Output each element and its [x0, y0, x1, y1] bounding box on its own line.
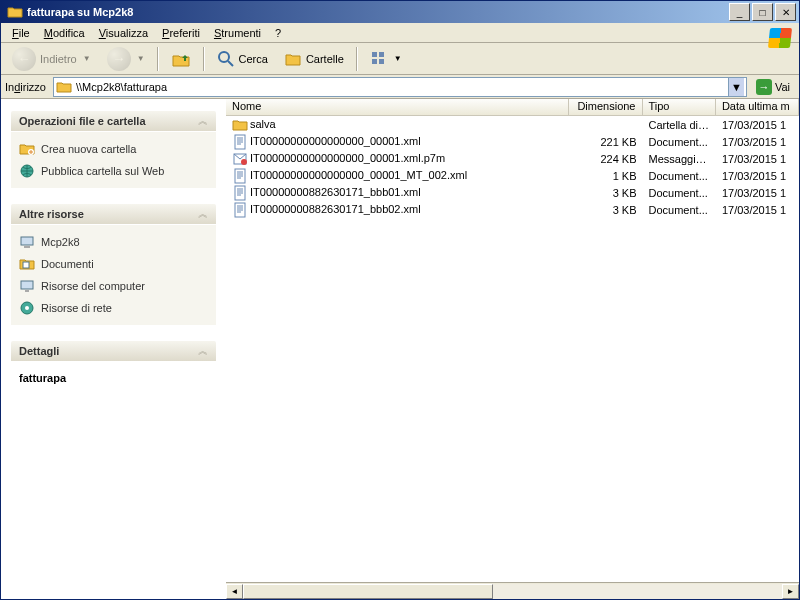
- maximize-button[interactable]: □: [752, 3, 773, 21]
- svg-rect-8: [21, 237, 33, 245]
- folder-icon: [7, 4, 23, 20]
- details-name: fatturapa: [19, 368, 208, 388]
- file-list[interactable]: salvaCartella di ...17/03/2015 1IT000000…: [226, 116, 799, 582]
- svg-rect-3: [379, 52, 384, 57]
- xml-icon: [232, 168, 248, 184]
- views-button[interactable]: ▼: [363, 46, 409, 72]
- panel-header-altre[interactable]: Altre risorse ︽: [10, 203, 217, 225]
- folder-icon: [56, 79, 72, 95]
- tasks-pane: Operazioni file e cartella ︽ Crea nuova …: [1, 99, 226, 599]
- menu-modifica[interactable]: Modifica: [37, 25, 92, 41]
- search-label: Cerca: [239, 53, 268, 65]
- address-box[interactable]: ▼: [53, 77, 747, 97]
- window-title: fatturapa su Mcp2k8: [27, 6, 133, 18]
- file-row[interactable]: salvaCartella di ...17/03/2015 1: [226, 116, 799, 133]
- menu-file[interactable]: File: [5, 25, 37, 41]
- menu-help[interactable]: ?: [268, 25, 288, 41]
- column-data[interactable]: Data ultima m: [716, 99, 799, 115]
- link-computer[interactable]: Mcp2k8: [19, 231, 208, 253]
- chevron-down-icon: ▼: [83, 54, 91, 63]
- file-row[interactable]: IT00000000882630171_bbb02.xml3 KBDocumen…: [226, 201, 799, 218]
- chevron-up-icon: ︽: [198, 114, 208, 128]
- file-row[interactable]: IT00000000882630171_bbb01.xml3 KBDocumen…: [226, 184, 799, 201]
- file-list-pane: NomeDimensioneTipoData ultima m salvaCar…: [226, 99, 799, 599]
- task-publish-web[interactable]: Pubblica cartella sul Web: [19, 160, 208, 182]
- computer-icon: [19, 234, 35, 250]
- xml-icon: [232, 134, 248, 150]
- search-button[interactable]: Cerca: [210, 46, 275, 72]
- column-headers: NomeDimensioneTipoData ultima m: [226, 99, 799, 116]
- svg-rect-12: [25, 290, 29, 292]
- panel-header-ops[interactable]: Operazioni file e cartella ︽: [10, 110, 217, 132]
- folders-label: Cartelle: [306, 53, 344, 65]
- chevron-down-icon: ▼: [137, 54, 145, 63]
- address-input[interactable]: [76, 81, 724, 93]
- back-button[interactable]: ← Indietro ▼: [5, 46, 98, 72]
- forward-button[interactable]: → ▼: [100, 46, 152, 72]
- scroll-left-button[interactable]: ◄: [226, 584, 243, 599]
- panel-header-dettagli[interactable]: Dettagli ︽: [10, 340, 217, 362]
- svg-line-1: [228, 61, 233, 66]
- titlebar[interactable]: fatturapa su Mcp2k8 _ □ ✕: [1, 1, 799, 23]
- close-button[interactable]: ✕: [775, 3, 796, 21]
- new-folder-icon: [19, 141, 35, 157]
- search-icon: [217, 50, 235, 68]
- task-label: Crea nuova cartella: [41, 143, 136, 155]
- panel-title: Altre risorse: [19, 208, 84, 220]
- folder-icon: [232, 117, 248, 133]
- panel-altre: Altre risorse ︽ Mcp2k8 Documenti Risorse…: [9, 202, 218, 327]
- panel-dettagli: Dettagli ︽ fatturapa: [9, 339, 218, 396]
- forward-arrow-icon: →: [107, 47, 131, 71]
- task-label: Pubblica cartella sul Web: [41, 165, 164, 177]
- globe-icon: [19, 163, 35, 179]
- scroll-thumb[interactable]: [243, 584, 493, 599]
- task-new-folder[interactable]: Crea nuova cartella: [19, 138, 208, 160]
- address-label: Indirizzo: [5, 81, 49, 93]
- views-icon: [370, 50, 388, 68]
- my-computer-icon: [19, 278, 35, 294]
- toolbar: ← Indietro ▼ → ▼ Cerca Cartelle ▼: [1, 43, 799, 75]
- back-arrow-icon: ←: [12, 47, 36, 71]
- folders-button[interactable]: Cartelle: [277, 46, 351, 72]
- scroll-track[interactable]: [243, 584, 782, 599]
- menu-visualizza[interactable]: Visualizza: [92, 25, 155, 41]
- panel-title: Operazioni file e cartella: [19, 115, 146, 127]
- up-button[interactable]: [164, 46, 198, 72]
- svg-point-17: [241, 159, 247, 165]
- windows-logo-icon: [763, 23, 797, 53]
- minimize-button[interactable]: _: [729, 3, 750, 21]
- menu-preferiti[interactable]: Preferiti: [155, 25, 207, 41]
- folders-icon: [284, 50, 302, 68]
- link-documenti[interactable]: Documenti: [19, 253, 208, 275]
- chevron-up-icon: ︽: [198, 207, 208, 221]
- file-row[interactable]: IT00000000000000000_00001.xml.p7m224 KBM…: [226, 150, 799, 167]
- p7m-icon: [232, 151, 248, 167]
- svg-point-14: [25, 306, 29, 310]
- column-dim[interactable]: Dimensione: [569, 99, 642, 115]
- svg-rect-5: [379, 59, 384, 64]
- task-label: Mcp2k8: [41, 236, 80, 248]
- menubar: File Modifica Visualizza Preferiti Strum…: [1, 23, 799, 43]
- svg-rect-11: [21, 281, 33, 289]
- link-risorse-rete[interactable]: Risorse di rete: [19, 297, 208, 319]
- address-bar: Indirizzo ▼ → Vai: [1, 75, 799, 99]
- horizontal-scrollbar[interactable]: ◄ ►: [226, 582, 799, 599]
- task-label: Risorse di rete: [41, 302, 112, 314]
- file-row[interactable]: IT00000000000000000_00001.xml221 KBDocum…: [226, 133, 799, 150]
- scroll-right-button[interactable]: ►: [782, 584, 799, 599]
- go-arrow-icon: →: [756, 79, 772, 95]
- file-row[interactable]: IT00000000000000000_00001_MT_002.xml1 KB…: [226, 167, 799, 184]
- chevron-down-icon: ▼: [394, 54, 402, 63]
- column-tipo[interactable]: Tipo: [643, 99, 716, 115]
- xml-icon: [232, 185, 248, 201]
- svg-rect-9: [24, 246, 30, 248]
- documents-icon: [19, 256, 35, 272]
- go-label: Vai: [775, 81, 790, 93]
- xml-icon: [232, 202, 248, 218]
- menu-strumenti[interactable]: Strumenti: [207, 25, 268, 41]
- column-nome[interactable]: Nome: [226, 99, 569, 115]
- link-risorse-computer[interactable]: Risorse del computer: [19, 275, 208, 297]
- address-dropdown[interactable]: ▼: [728, 78, 744, 96]
- chevron-up-icon: ︽: [198, 344, 208, 358]
- go-button[interactable]: → Vai: [751, 77, 795, 97]
